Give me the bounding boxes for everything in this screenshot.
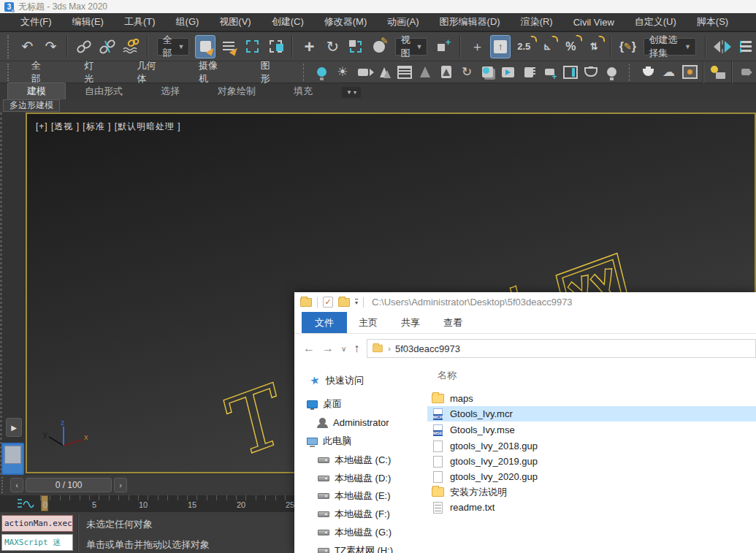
camera-sequencer-icon[interactable] (737, 63, 755, 82)
play-list-icon[interactable] (520, 63, 538, 82)
ribbon-minimize-icon[interactable]: ▼ ▾ (342, 87, 361, 98)
menu-edit[interactable]: 编辑(E) (62, 15, 114, 28)
sidebar-item-drive-f[interactable]: 本地磁盘 (F:) (318, 506, 390, 522)
file-row-selected[interactable]: MCR Gtools_Ivy.mcr (427, 406, 756, 422)
polygon-modeling-tab[interactable]: 多边形建模 (3, 99, 60, 112)
sidebar-item-drive-c[interactable]: 本地磁盘 (C:) (318, 452, 391, 468)
select-rotate-icon[interactable]: ↻ (322, 35, 343, 58)
recent-locations-icon[interactable]: ∨ (341, 345, 346, 353)
file-row[interactable]: MSE Gtools_Ivy.mse (427, 422, 756, 438)
loop-arrow-icon[interactable]: ↻ (458, 63, 476, 82)
select-manipulate-icon[interactable]: ＋ (467, 35, 487, 58)
select-scale-icon[interactable] (345, 35, 366, 58)
teapot-outline-icon[interactable] (582, 63, 600, 82)
scatter-tree-icon[interactable] (416, 63, 434, 82)
undo-icon[interactable]: ↶ (17, 35, 37, 58)
sidebar-item-this-pc[interactable]: 此电脑 (306, 433, 351, 449)
selection-filter-dropdown[interactable]: 全部 ▼ (157, 38, 189, 56)
address-bar[interactable]: › 5f03deacc9973 (367, 339, 756, 358)
create-tab-geometry[interactable]: 几何体 (119, 62, 180, 83)
up-icon[interactable]: ↑ (354, 342, 359, 355)
sidebar-item-drive-e[interactable]: 本地磁盘 (E:) (318, 488, 391, 504)
bind-spacewarp-icon[interactable] (121, 35, 141, 58)
menu-create[interactable]: 创建(C) (261, 15, 314, 28)
previous-frame-button[interactable]: ‹ (10, 478, 23, 492)
sidebar-item-drive-g[interactable]: 本地磁盘 (G:) (318, 525, 392, 541)
trees-icon[interactable] (375, 63, 393, 82)
keyboard-override-icon[interactable]: ↑ (490, 35, 511, 58)
viewport-layout-tab[interactable] (1, 443, 24, 475)
current-frame-field[interactable]: 0 / 100 (26, 478, 112, 492)
menu-file[interactable]: 文件(F) (10, 15, 62, 28)
select-move-icon[interactable]: + (299, 35, 319, 58)
bulb-rays-icon[interactable] (603, 63, 620, 82)
new-folder-icon[interactable] (338, 298, 350, 307)
tab-view[interactable]: 查看 (432, 312, 474, 333)
render-setup-icon[interactable] (639, 63, 657, 82)
split-panel-icon[interactable] (561, 63, 579, 82)
use-pivot-center-icon[interactable] (433, 35, 454, 58)
light-card-icon[interactable] (709, 63, 726, 82)
create-tab-lights[interactable]: 灯光 (66, 62, 119, 83)
select-link-icon[interactable] (74, 35, 94, 58)
tab-home[interactable]: 主页 (347, 312, 389, 333)
menu-modifiers[interactable]: 修改器(M) (314, 15, 378, 28)
window-crossing-icon[interactable] (265, 35, 286, 58)
rendered-frame-window-icon[interactable] (681, 63, 698, 82)
snap-toggle-icon[interactable]: 2.5 (513, 35, 534, 58)
create-tab-shapes[interactable]: 图形 (243, 62, 295, 83)
menu-customize[interactable]: 自定义(U) (625, 15, 687, 28)
file-row[interactable]: gtools_Ivy_2020.gup (427, 469, 756, 484)
reference-coordinate-dropdown[interactable]: 视图 ▼ (395, 38, 427, 56)
ribbon-tab-modeling[interactable]: 建模 (7, 83, 66, 99)
ribbon-tab-selection[interactable]: 选择 (142, 83, 199, 99)
align-icon[interactable] (736, 35, 756, 58)
menu-group[interactable]: 组(G) (166, 15, 210, 28)
menu-rendering[interactable]: 渲染(R) (511, 15, 563, 28)
tree-card-icon[interactable] (438, 63, 455, 82)
forward-icon[interactable]: → (322, 342, 334, 355)
sidebar-item-drive-h[interactable]: TZ素材网 (H:) (318, 543, 393, 553)
layers-icon[interactable] (478, 63, 496, 82)
expand-panel-button[interactable]: ▶ (6, 418, 22, 437)
menu-graph-editors[interactable]: 图形编辑器(D) (429, 15, 511, 28)
panel-list-icon[interactable] (396, 63, 413, 82)
quick-access-customize-icon[interactable]: ▾ (355, 299, 358, 305)
menu-tools[interactable]: 工具(T) (114, 15, 166, 28)
unlink-icon[interactable] (97, 35, 118, 58)
file-row[interactable]: gtools_Ivy_2018.gup (427, 438, 756, 454)
tab-share[interactable]: 共享 (389, 312, 432, 333)
create-tab-cameras[interactable]: 摄像机 (181, 62, 243, 83)
properties-check-icon[interactable]: ✓ (323, 297, 333, 308)
menu-scripting[interactable]: 脚本(S) (687, 15, 738, 28)
maxscript-listener-field[interactable]: actionMan.execu (1, 515, 73, 532)
ribbon-tab-freeform[interactable]: 自由形式 (66, 83, 142, 99)
play-tile-icon[interactable] (499, 63, 516, 82)
timeline-grip[interactable] (1, 477, 6, 493)
angle-snap-icon[interactable]: ⊾ (537, 35, 557, 58)
menu-views[interactable]: 视图(V) (209, 15, 261, 28)
sidebar-item-drive-d[interactable]: 本地磁盘 (D:) (318, 470, 391, 487)
file-row[interactable]: maps (427, 391, 756, 406)
select-by-name-icon[interactable] (218, 35, 239, 58)
toolbar-grip[interactable] (7, 35, 9, 58)
file-row[interactable]: 安装方法说明 (427, 484, 756, 500)
sidebar-item-quick-access[interactable]: ★ 快速访问 (309, 373, 364, 389)
select-place-icon[interactable] (369, 35, 389, 58)
camera-add-icon[interactable] (541, 63, 558, 82)
mirror-icon[interactable] (712, 35, 733, 58)
percent-snap-icon[interactable]: % (560, 35, 581, 58)
back-icon[interactable]: ← (303, 342, 315, 355)
file-row[interactable]: gtools_Ivy_2019.gup (427, 454, 756, 469)
light-icon[interactable] (313, 63, 331, 82)
select-object-icon[interactable] (195, 35, 215, 58)
named-selection-set-dropdown[interactable]: 创建选择集 ▼ (644, 38, 696, 56)
menu-civil-view[interactable]: Civil View (563, 17, 625, 28)
tab-file[interactable]: 文件 (302, 312, 347, 333)
spinner-snap-icon[interactable]: ⇅ (584, 35, 604, 58)
sun-icon[interactable]: ☀ (334, 63, 351, 82)
curve-editor-icon[interactable] (16, 497, 35, 509)
cloud-render-icon[interactable]: ☁ (660, 63, 678, 82)
selection-region-icon[interactable] (242, 35, 262, 58)
menu-animation[interactable]: 动画(A) (377, 15, 429, 28)
